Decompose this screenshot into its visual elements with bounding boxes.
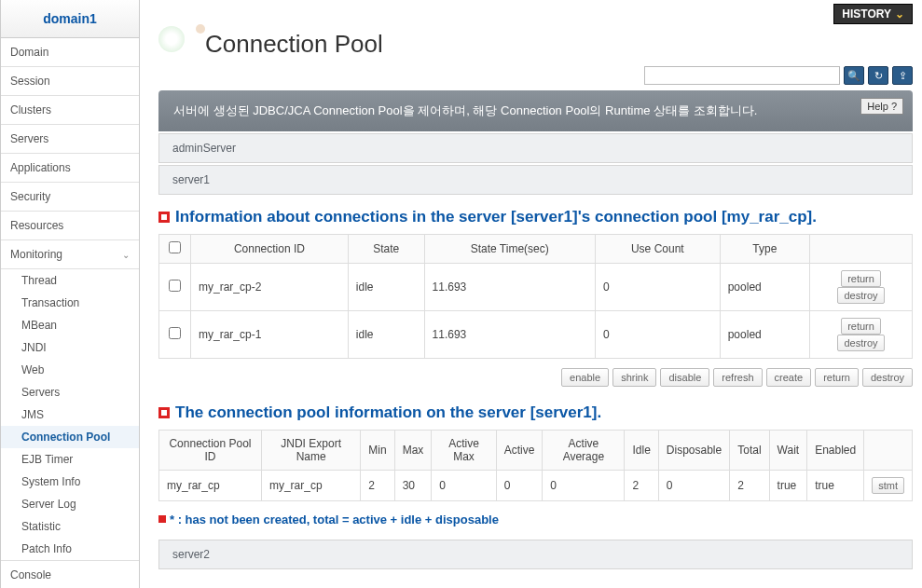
sidebar-item-servers[interactable]: Servers — [1, 125, 139, 154]
table-row: my_rar_cp my_rar_cp 2 30 0 0 0 2 0 2 tru… — [159, 470, 913, 500]
col-state-time: State Time(sec) — [424, 234, 595, 263]
server-admin-row[interactable]: adminServer — [158, 133, 913, 163]
destroy-button[interactable]: destroy — [837, 335, 884, 351]
col-total: Total — [730, 430, 769, 470]
sidebar-sub-mbean[interactable]: MBean — [1, 314, 139, 336]
shrink-button[interactable]: shrink — [612, 368, 656, 387]
footnote: * : has not been created, total = active… — [158, 501, 922, 538]
col-active: Active — [496, 430, 543, 470]
col-jndi: JNDI Export Name — [261, 430, 360, 470]
section1-title: Information about connections in the ser… — [158, 195, 922, 234]
sidebar-item-applications[interactable]: Applications — [1, 154, 139, 183]
row-checkbox[interactable] — [169, 327, 181, 339]
col-use-count: Use Count — [595, 234, 720, 263]
col-max: Max — [394, 430, 432, 470]
col-active-avg: Active Average — [543, 430, 625, 470]
sidebar-sub-thread[interactable]: Thread — [1, 269, 139, 292]
section2-title: The connection pool information on the s… — [158, 390, 922, 430]
sidebar-item-security[interactable]: Security — [1, 183, 139, 212]
table-row: my_rar_cp-2 idle 11.693 0 pooled return … — [159, 263, 913, 310]
sidebar-item-console[interactable]: Console — [1, 560, 139, 588]
server2-row[interactable]: server2 — [158, 540, 913, 569]
bullet-icon — [158, 407, 170, 418]
col-state: State — [348, 234, 424, 263]
return-button[interactable]: return — [841, 270, 881, 287]
bullet-icon — [158, 212, 170, 223]
sidebar-sub-web[interactable]: Web — [1, 359, 139, 381]
connections-table: Connection ID State State Time(sec) Use … — [158, 234, 913, 359]
sidebar-sub-transaction[interactable]: Transaction — [1, 292, 139, 314]
chevron-down-icon: ⌄ — [122, 250, 130, 260]
refresh-button[interactable]: refresh — [713, 368, 762, 387]
col-idle: Idle — [625, 430, 658, 470]
sidebar-sub-statistic[interactable]: Statistic — [1, 515, 139, 538]
export-icon[interactable]: ⇪ — [892, 66, 913, 85]
help-button[interactable]: Help ? — [860, 98, 903, 115]
search-input[interactable] — [644, 66, 840, 85]
sidebar-header[interactable]: domain1 — [1, 0, 139, 38]
sidebar-sub-patch-info[interactable]: Patch Info — [1, 538, 139, 560]
chevron-down-icon: ⌄ — [895, 7, 904, 21]
table-row: my_rar_cp-1 idle 11.693 0 pooled return … — [159, 310, 913, 358]
col-active-max: Active Max — [432, 430, 496, 470]
page-title: Connection Pool — [205, 30, 383, 59]
action-bar: enable shrink disable refresh create ret… — [158, 359, 922, 390]
sidebar-sub-jms[interactable]: JMS — [1, 403, 139, 426]
disable-button[interactable]: disable — [660, 368, 709, 387]
sidebar-sub-server-log[interactable]: Server Log — [1, 493, 139, 515]
sidebar-item-monitoring[interactable]: Monitoring ⌄ — [1, 240, 139, 269]
col-type: Type — [720, 234, 809, 263]
col-enabled: Enabled — [807, 430, 864, 470]
return-button[interactable]: return — [815, 368, 859, 387]
sidebar-item-resources[interactable]: Resources — [1, 212, 139, 240]
sidebar-item-clusters[interactable]: Clusters — [1, 96, 139, 125]
row-checkbox[interactable] — [169, 280, 181, 292]
enable-button[interactable]: enable — [561, 368, 609, 387]
bullet-icon — [158, 515, 166, 523]
sidebar-sub-jndi[interactable]: JNDI — [1, 336, 139, 359]
destroy-button[interactable]: destroy — [862, 368, 913, 387]
destroy-button[interactable]: destroy — [837, 287, 884, 304]
sidebar-sub-servers[interactable]: Servers — [1, 381, 139, 403]
search-icon[interactable]: 🔍 — [844, 66, 864, 85]
history-button[interactable]: HISTORY⌄ — [833, 4, 913, 24]
col-disposable: Disposable — [658, 430, 729, 470]
refresh-icon[interactable]: ↻ — [868, 66, 888, 85]
main-content: HISTORY⌄ Connection Pool 🔍 ↻ ⇪ 서버에 생성된 J… — [140, 0, 922, 588]
sidebar-item-domain[interactable]: Domain — [1, 38, 139, 67]
col-min: Min — [361, 430, 394, 470]
decorative-circles — [158, 24, 214, 52]
server1-row[interactable]: server1 — [158, 165, 913, 195]
description-banner: 서버에 생성된 JDBC/JCA Connection Pool을 제어하며, … — [158, 90, 913, 131]
return-button[interactable]: return — [841, 318, 881, 335]
create-button[interactable]: create — [766, 368, 812, 387]
col-connection-id: Connection ID — [191, 234, 349, 263]
col-wait: Wait — [769, 430, 807, 470]
sidebar: domain1 Domain Session Clusters Servers … — [0, 0, 140, 588]
sidebar-sub-ejb-timer[interactable]: EJB Timer — [1, 448, 139, 471]
sidebar-sub-system-info[interactable]: System Info — [1, 471, 139, 493]
stmt-button[interactable]: stmt — [872, 477, 904, 494]
sidebar-sub-connection-pool[interactable]: Connection Pool — [1, 426, 139, 448]
sidebar-item-session[interactable]: Session — [1, 67, 139, 96]
col-pool-id: Connection Pool ID — [159, 430, 262, 470]
pool-info-table: Connection Pool ID JNDI Export Name Min … — [158, 430, 913, 501]
select-all-checkbox[interactable] — [169, 241, 181, 253]
